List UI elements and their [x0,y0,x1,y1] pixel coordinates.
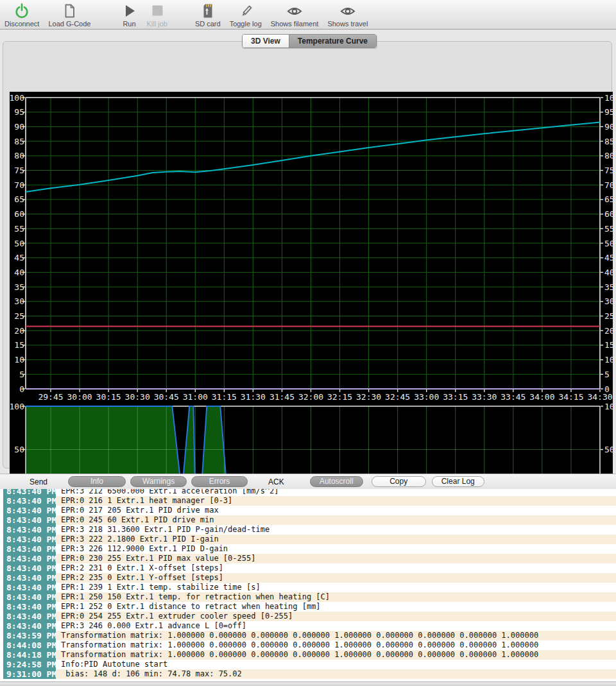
log-message: Transformation matrix: 1.000000 0.000000… [56,640,616,650]
log-control-bar: Send Info Warnings Errors ACK Autoscroll… [0,474,616,489]
log-message: EPR:1 252 0 Extr.1 distance to retract w… [56,602,616,612]
svg-text:15: 15 [604,340,615,350]
eye-icon [286,2,304,19]
shows-filament-button[interactable]: Shows filament [271,2,319,28]
stop-icon [149,2,166,19]
log-row: 8:43:40 PMEPR:3 212 6500.000 Extr.1 acce… [3,489,616,496]
log-row: 8:43:40 PMEPR:0 217 205 Extr.1 PID drive… [3,506,616,515]
svg-text:32:30: 32:30 [356,392,381,402]
log-timestamp: 9:31:00 PM [3,669,56,679]
log-timestamp: 8:43:40 PM [3,496,56,506]
autoscroll-button[interactable]: Autoscroll [310,476,363,487]
errors-filter-button[interactable]: Errors [191,476,248,487]
send-label[interactable]: Send [30,477,47,486]
svg-text:45: 45 [604,253,615,262]
disconnect-label: Disconnect [4,20,39,28]
log-row: 9:31:00 PM bias: 148 d: 106 min: 74.78 m… [3,669,616,679]
log-timestamp: 9:24:58 PM [3,660,56,669]
view-tabs: 3D View Temperature Curve [242,34,377,48]
log-row: 8:44:18 PMTransformation matrix: 1.00000… [3,650,616,660]
log-timestamp: 8:43:40 PM [3,515,56,525]
svg-text:40: 40 [14,268,24,277]
power-icon [13,2,30,19]
toggle-log-button[interactable]: Toggle log [230,2,262,28]
log-message: bias: 148 d: 106 min: 74.78 max: 75.02 [56,669,616,679]
document-icon [61,2,78,19]
svg-text:10: 10 [604,355,615,364]
svg-text:90: 90 [604,122,615,132]
copy-button[interactable]: Copy [372,476,426,487]
svg-text:55: 55 [604,224,615,234]
shows-travel-label: Shows travel [327,20,368,28]
run-button[interactable]: Run [121,2,137,28]
log-timestamp: 8:43:40 PM [3,612,56,621]
kill-job-button[interactable]: Kill job [146,2,167,28]
log-row: 8:44:08 PMTransformation matrix: 1.00000… [3,640,616,650]
log-message: EPR:3 226 112.9000 Extr.1 PID D-gain [56,544,616,554]
log-timestamp: 8:43:40 PM [3,535,56,544]
log-message: EPR:3 212 6500.000 Extr.1 acceleration [… [56,489,616,496]
tab-3d-view[interactable]: 3D View [243,35,289,47]
tab-temperature-curve[interactable]: Temperature Curve [289,35,376,47]
log-timestamp: 8:43:40 PM [3,489,56,496]
svg-text:50: 50 [604,445,615,454]
log-message: EPR:2 231 0 Extr.1 X-offset [steps] [56,563,616,573]
clear-log-button[interactable]: Clear Log [432,476,484,487]
svg-text:5: 5 [604,370,610,379]
svg-text:100: 100 [10,402,24,411]
sd-card-icon [200,2,216,19]
svg-text:10: 10 [14,355,24,364]
shows-filament-label: Shows filament [271,20,319,28]
repetier-host-window: { "toolbar": { "items": [ {"label": "Dis… [0,0,616,686]
svg-text:85: 85 [604,137,615,146]
svg-text:30:00: 30:00 [67,392,92,402]
log-timestamp: 8:44:18 PM [3,650,56,660]
sd-card-label: SD card [195,20,221,28]
svg-text:25: 25 [14,311,24,321]
svg-text:45: 45 [14,253,24,262]
log-row: 8:43:59 PMTransformation matrix: 1.00000… [3,631,616,640]
svg-text:20: 20 [604,326,615,336]
svg-text:15: 15 [14,340,24,350]
svg-text:30: 30 [604,296,615,306]
log-row: 8:43:40 PMEPR:0 230 255 Extr.1 PID max v… [3,554,616,563]
svg-text:31:15: 31:15 [212,392,237,402]
log-message: EPR:2 235 0 Extr.1 Y-offset [steps] [56,573,616,583]
svg-text:30: 30 [14,296,24,306]
svg-text:60: 60 [604,209,615,219]
disconnect-button[interactable]: Disconnect [4,2,39,28]
svg-text:33:00: 33:00 [414,392,439,402]
run-label: Run [123,20,135,28]
log-row: 8:43:40 PMEPR:2 231 0 Extr.1 X-offset [s… [3,563,616,573]
svg-text:32:15: 32:15 [327,392,352,402]
svg-text:32:00: 32:00 [298,392,323,402]
svg-text:35: 35 [14,282,24,292]
log-row: 8:43:40 PMEPR:0 245 60 Extr.1 PID drive … [3,515,616,525]
main-toolbar: Disconnect Load G-Code Run Kill job [0,0,616,30]
svg-text:95: 95 [14,107,24,117]
svg-text:70: 70 [604,180,615,190]
log-view[interactable]: 8:43:40 PMEPR:3 212 6500.000 Extr.1 acce… [0,489,616,682]
svg-text:30:45: 30:45 [154,392,179,402]
svg-text:75: 75 [604,166,615,175]
log-message: EPR:0 216 1 Extr.1 heat manager [0-3] [56,496,616,506]
info-filter-button[interactable]: Info [68,476,126,487]
svg-text:95: 95 [604,107,615,117]
sd-card-button[interactable]: SD card [195,2,221,28]
log-message: EPR:3 218 31.3600 Extr.1 PID P-gain/dead… [56,525,616,535]
svg-text:65: 65 [604,194,615,204]
load-gcode-button[interactable]: Load G-Code [48,2,90,28]
svg-text:50: 50 [14,239,24,248]
ack-label[interactable]: ACK [268,477,284,486]
play-icon [121,2,137,19]
svg-text:25: 25 [604,311,615,321]
log-row: 8:43:40 PMEPR:1 252 0 Extr.1 distance to… [3,602,616,612]
shows-travel-button[interactable]: Shows travel [327,2,368,28]
svg-text:0: 0 [19,384,24,394]
log-message: EPR:3 246 0.000 Extr.1 advance L [0=off] [56,621,616,631]
eye-icon [339,2,357,19]
warnings-filter-button[interactable]: Warnings [130,476,187,487]
log-row: 8:43:40 PMEPR:3 222 2.1800 Extr.1 PID I-… [3,535,616,544]
svg-text:100: 100 [10,93,24,103]
svg-text:85: 85 [14,137,24,146]
